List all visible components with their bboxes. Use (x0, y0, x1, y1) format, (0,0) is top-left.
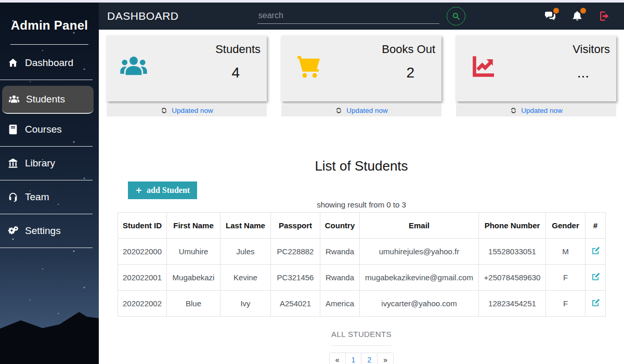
sidebar-divider (0, 80, 93, 80)
chart-line-icon (469, 52, 498, 81)
pagination-row: « 1 2 » (118, 353, 605, 364)
cell-last-name: Kevine (220, 265, 271, 291)
library-icon (7, 158, 19, 169)
sidebar-divider (0, 214, 93, 214)
col-header-first-name: First Name (167, 213, 220, 239)
stat-value: ... (573, 64, 610, 81)
cell-passport: A254021 (271, 291, 320, 317)
col-header-last-name: Last Name (220, 213, 271, 239)
topbar: DASHBOARD (99, 3, 624, 30)
cell-student-id: 202022001 (118, 265, 167, 291)
cell-first-name: Blue (167, 291, 220, 317)
edit-icon[interactable] (591, 246, 601, 256)
main-area: DASHBOARD (99, 3, 624, 364)
sidebar-title: Admin Panel (0, 3, 99, 33)
students-table-section: add Student showing result from 0 to 3 S… (118, 181, 605, 364)
search-button[interactable] (447, 7, 465, 25)
refresh-icon (510, 107, 517, 114)
stat-students: Students 4 Updated now (107, 35, 267, 116)
refresh-icon (160, 107, 168, 114)
search-input[interactable] (257, 9, 439, 24)
sidebar-item-courses[interactable]: Courses (0, 119, 99, 140)
students-table: Student ID First Name Last Name Passport… (118, 212, 606, 317)
table-header-row: Student ID First Name Last Name Passport… (118, 213, 606, 239)
cell-country: Rwanda (320, 265, 360, 291)
edit-icon[interactable] (591, 272, 601, 282)
col-header-passport: Passport (271, 213, 320, 239)
cell-gender: F (546, 291, 586, 317)
sidebar-item-dashboard[interactable]: Dashboard (0, 52, 99, 74)
stat-footer: Updated now (281, 105, 441, 116)
col-header-gender: Gender (546, 213, 586, 239)
pagination-divider (331, 345, 392, 346)
sidebar-item-label: Students (26, 94, 65, 105)
sidebar-item-library[interactable]: Library (0, 152, 99, 174)
sidebar-item-label: Dashboard (25, 57, 73, 69)
cell-last-name: Jules (220, 239, 271, 265)
sidebar: Admin Panel Dashboard (0, 3, 99, 364)
updated-now-link[interactable]: Updated now (521, 107, 563, 114)
sidebar-item-label: Library (25, 158, 55, 169)
sidebar-title-divider (10, 44, 88, 45)
stat-visitors: Visitors ... Updated now (456, 35, 616, 116)
book-icon (7, 124, 19, 135)
topbar-icons (544, 10, 614, 22)
gears-icon (7, 225, 19, 237)
cell-passport: PC228882 (271, 239, 320, 265)
notification-badge (580, 8, 586, 14)
sidebar-item-settings[interactable]: Settings (0, 220, 99, 242)
stat-cards-row: Students 4 Updated now (99, 30, 624, 116)
cell-email: ivycarter@yahoo.com (360, 291, 479, 317)
add-student-button[interactable]: add Student (128, 181, 197, 199)
updated-now-link[interactable]: Updated now (172, 107, 213, 114)
cell-country: America (320, 291, 360, 317)
cell-actions (586, 239, 606, 265)
col-header-phone-number: Phone Number (479, 213, 546, 239)
stat-card: Visitors ... (456, 35, 616, 101)
showing-result-text: showing result from 0 to 3 (118, 200, 605, 209)
cell-phone: 15528033051 (479, 239, 546, 265)
search-zone (179, 7, 544, 25)
bell-icon[interactable] (571, 10, 583, 22)
updated-now-link[interactable]: Updated now (346, 107, 388, 114)
cell-email: mugabekazikevine@gmail.com (360, 265, 479, 291)
col-header-email: Email (360, 213, 479, 239)
cell-first-name: Umuhire (167, 239, 220, 265)
cell-gender: M (546, 239, 586, 265)
section-heading: List of Students (99, 158, 624, 174)
sidebar-item-label: Team (25, 191, 49, 203)
refresh-icon (335, 107, 343, 114)
search-icon (451, 11, 461, 21)
users-icon (8, 94, 20, 105)
notification-badge (553, 8, 559, 14)
plus-icon (135, 187, 142, 194)
stat-value: 2 (382, 64, 435, 81)
table-row: 202022002 Blue Ivy A254021 America ivyca… (118, 291, 606, 317)
sidebar-divider (0, 248, 93, 248)
cell-phone: +250784589630 (479, 265, 546, 291)
stat-title: Books Out (382, 43, 435, 56)
stat-card: Books Out 2 (281, 35, 441, 101)
stat-title: Students (215, 43, 261, 56)
pagination: « 1 2 » (329, 353, 394, 364)
sign-out-icon[interactable] (598, 10, 610, 22)
table-row: 202022000 Umuhire Jules PC228882 Rwanda … (118, 239, 606, 265)
cell-email: umuhirejules@yahoo.fr (360, 239, 479, 265)
sidebar-divider (0, 146, 93, 147)
cell-country: Rwanda (320, 239, 360, 265)
sidebar-item-label: Settings (25, 225, 61, 237)
pagination-page-2[interactable]: 2 (361, 353, 378, 364)
edit-icon[interactable] (591, 298, 601, 308)
cell-student-id: 202022002 (118, 291, 167, 317)
pagination-page-1[interactable]: 1 (346, 353, 362, 364)
cell-last-name: Ivy (220, 291, 271, 317)
stat-footer: Updated now (456, 105, 616, 116)
pagination-prev[interactable]: « (330, 353, 346, 364)
sidebar-item-team[interactable]: Team (0, 186, 99, 208)
sidebar-item-students[interactable]: Students (2, 86, 94, 114)
stat-title: Visitors (573, 43, 610, 56)
pagination-next[interactable]: » (378, 353, 393, 364)
headset-icon (7, 191, 19, 203)
table-row: 202022001 Mugabekazi Kevine PC321456 Rwa… (118, 265, 606, 291)
comments-icon[interactable] (544, 10, 556, 22)
